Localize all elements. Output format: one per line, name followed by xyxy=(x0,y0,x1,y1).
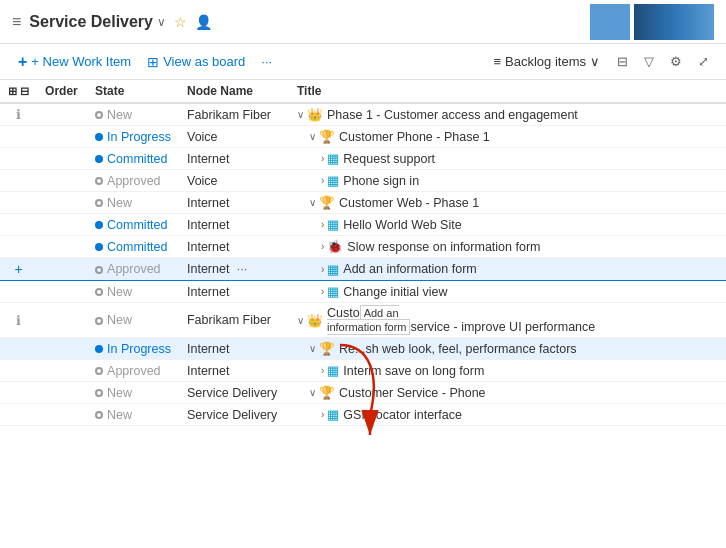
row-title-text[interactable]: Re...sh web look, feel, performance fact… xyxy=(339,342,577,356)
new-work-item-label: + New Work Item xyxy=(31,54,131,69)
header-image-1 xyxy=(590,4,630,40)
wi-type-icon: ▦ xyxy=(327,217,339,232)
row-title-text[interactable]: Interim save on long form xyxy=(343,364,484,378)
row-chevron-icon[interactable]: › xyxy=(321,175,324,186)
row-title: › ▦ Hello World Web Site xyxy=(289,214,726,236)
col-header-expand: ⊞ ⊟ xyxy=(0,80,37,103)
row-state: In Progress xyxy=(87,338,179,360)
row-order xyxy=(37,382,87,404)
row-title-text[interactable]: Request support xyxy=(343,152,435,166)
row-state: Committed xyxy=(87,214,179,236)
filter-button[interactable]: ▽ xyxy=(639,51,659,72)
plus-icon: + xyxy=(18,53,27,71)
row-title-text[interactable]: Hello World Web Site xyxy=(343,218,461,232)
view-as-board-button[interactable]: ⊞ View as board xyxy=(141,51,251,73)
row-chevron-icon[interactable]: ∨ xyxy=(297,109,304,120)
add-row-icon[interactable]: + xyxy=(14,261,22,277)
row-title: › ▦ Change initial view xyxy=(289,281,726,303)
row-chevron-icon[interactable]: › xyxy=(321,409,324,420)
row-title-text[interactable]: Customer Web - Phase 1 xyxy=(339,196,479,210)
row-order xyxy=(37,148,87,170)
row-title-text[interactable]: Add an information form xyxy=(343,262,476,276)
column-options-button[interactable]: ⊟ xyxy=(612,51,633,72)
row-title-text[interactable]: CustoAdd aninformation formservice - imp… xyxy=(327,306,595,334)
row-order xyxy=(37,103,87,126)
row-node: Internet xyxy=(179,214,289,236)
wi-type-icon: 👑 xyxy=(307,313,323,328)
wi-type-icon: ▦ xyxy=(327,284,339,299)
row-title-text[interactable]: GSP locator interface xyxy=(343,408,462,422)
row-node: Voice xyxy=(179,170,289,192)
row-info: ℹ xyxy=(0,303,37,338)
row-node: Fabrikam Fiber xyxy=(179,103,289,126)
row-chevron-icon[interactable]: › xyxy=(321,365,324,376)
row-order xyxy=(37,236,87,258)
row-node: Internet xyxy=(179,360,289,382)
row-title: ∨ 👑 Phase 1 - Customer access and engage… xyxy=(289,103,726,126)
row-chevron-icon[interactable]: ∨ xyxy=(309,387,316,398)
col-header-node: Node Name xyxy=(179,80,289,103)
gear-icon: ⚙ xyxy=(670,54,682,69)
row-chevron-icon[interactable]: › xyxy=(321,264,324,275)
row-title: ∨ 🏆 Re...sh web look, feel, performance … xyxy=(289,338,726,360)
row-ellipsis-button[interactable]: ··· xyxy=(233,262,251,276)
row-info: ℹ xyxy=(0,103,37,126)
row-node: Internet xyxy=(179,236,289,258)
wi-type-icon: 🏆 xyxy=(319,385,335,400)
row-chevron-icon[interactable]: ∨ xyxy=(309,343,316,354)
row-info xyxy=(0,382,37,404)
more-options-button[interactable]: ··· xyxy=(255,51,278,72)
row-order xyxy=(37,192,87,214)
row-node: Internet xyxy=(179,192,289,214)
title-chevron-icon[interactable]: ∨ xyxy=(157,15,166,29)
table-row: ℹ New Fabrikam Fiber ∨ 👑 Phase 1 - Custo… xyxy=(0,103,726,126)
row-title-text[interactable]: Phase 1 - Customer access and engagement xyxy=(327,108,578,122)
row-title-text[interactable]: Change initial view xyxy=(343,285,447,299)
expand-button[interactable]: ⤢ xyxy=(693,51,714,72)
row-title-text[interactable]: Slow response on information form xyxy=(347,240,540,254)
row-info xyxy=(0,404,37,426)
row-info xyxy=(0,281,37,303)
row-chevron-icon[interactable]: › xyxy=(321,153,324,164)
row-node: Internet xyxy=(179,148,289,170)
main-toolbar: + + New Work Item ⊞ View as board ··· ≡ … xyxy=(0,44,726,80)
expand-collapse-icon[interactable]: ⊞ ⊟ xyxy=(8,85,29,97)
expand-icon: ⤢ xyxy=(698,54,709,69)
row-chevron-icon[interactable]: › xyxy=(321,219,324,230)
table-row: Committed Internet › ▦ Request support xyxy=(0,148,726,170)
row-state: New xyxy=(87,281,179,303)
row-title-text[interactable]: Phone sign in xyxy=(343,174,419,188)
col-header-state: State xyxy=(87,80,179,103)
wi-type-icon: 🏆 xyxy=(319,129,335,144)
row-state: Approved xyxy=(87,360,179,382)
wi-type-icon: 🏆 xyxy=(319,195,335,210)
backlog-items-button[interactable]: ≡ Backlog items ∨ xyxy=(487,51,606,72)
settings-button[interactable]: ⚙ xyxy=(665,51,687,72)
row-title-text[interactable]: Customer Phone - Phase 1 xyxy=(339,130,490,144)
table-row: Committed Internet › 🐞 Slow response on … xyxy=(0,236,726,258)
row-title: › ▦ Phone sign in xyxy=(289,170,726,192)
wi-type-icon: 👑 xyxy=(307,107,323,122)
row-node: Fabrikam Fiber xyxy=(179,303,289,338)
row-chevron-icon[interactable]: › xyxy=(321,241,324,252)
row-chevron-icon[interactable]: › xyxy=(321,286,324,297)
team-icon[interactable]: 👤 xyxy=(195,14,212,30)
table-row: New Service Delivery ∨ 🏆 Customer Servic… xyxy=(0,382,726,404)
row-chevron-icon[interactable]: ∨ xyxy=(297,315,304,326)
row-chevron-icon[interactable]: ∨ xyxy=(309,131,316,142)
row-node: Service Delivery xyxy=(179,404,289,426)
row-chevron-icon[interactable]: ∨ xyxy=(309,197,316,208)
row-state: Approved xyxy=(87,170,179,192)
favorite-icon[interactable]: ☆ xyxy=(174,14,187,30)
col-header-title: Title xyxy=(289,80,726,103)
wi-type-icon: 🏆 xyxy=(319,341,335,356)
row-node: Internet xyxy=(179,338,289,360)
new-work-item-button[interactable]: + + New Work Item xyxy=(12,50,137,74)
row-state: Committed xyxy=(87,148,179,170)
row-title-text[interactable]: Customer Service - Phone xyxy=(339,386,486,400)
row-state: New xyxy=(87,382,179,404)
toolbar-right-section: ≡ Backlog items ∨ ⊟ ▽ ⚙ ⤢ xyxy=(487,51,714,72)
row-state: In Progress xyxy=(87,126,179,148)
row-title: › ▦ Interim save on long form xyxy=(289,360,726,382)
wi-type-icon: ▦ xyxy=(327,262,339,277)
